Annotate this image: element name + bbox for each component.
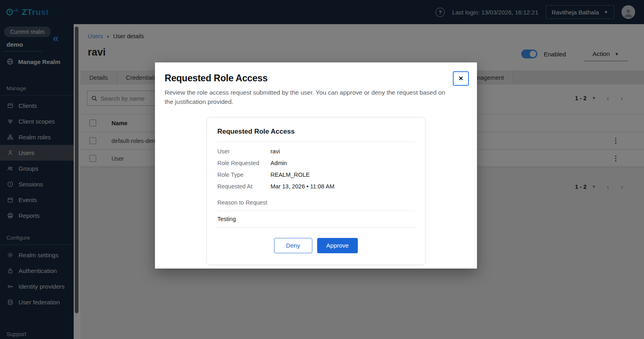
approve-button[interactable]: Approve bbox=[317, 238, 358, 253]
field-requested-at: Requested At Mar 13, 2026 • 11:08 AM bbox=[217, 183, 415, 190]
app-root: ZTrust ? Last login: 13/03/2026, 16:12:2… bbox=[0, 0, 644, 339]
field-value: ravi bbox=[270, 148, 280, 155]
reason-value: Testing bbox=[217, 216, 415, 222]
divider bbox=[217, 211, 415, 211]
field-label: Role Type bbox=[217, 172, 270, 178]
field-value: Admin bbox=[270, 160, 287, 166]
requested-role-access-modal: Requested Role Access ✕ Review the role … bbox=[155, 62, 477, 269]
modal-actions: Deny Approve bbox=[217, 238, 415, 253]
reason-label: Reason to Request bbox=[217, 199, 415, 206]
request-details-card: Requested Role Access User ravi Role Req… bbox=[206, 117, 425, 265]
field-value: REALM_ROLE bbox=[270, 172, 310, 178]
divider bbox=[217, 227, 415, 227]
card-title: Requested Role Access bbox=[217, 128, 415, 136]
modal-description: Review the role access request submitted… bbox=[165, 88, 453, 107]
divider bbox=[217, 142, 415, 142]
field-value: Mar 13, 2026 • 11:08 AM bbox=[270, 183, 334, 190]
field-label: User bbox=[217, 148, 270, 155]
close-icon[interactable]: ✕ bbox=[453, 71, 469, 86]
modal-title: Requested Role Access bbox=[165, 73, 467, 84]
field-role-requested: Role Requested Admin bbox=[217, 160, 415, 166]
field-label: Requested At bbox=[217, 183, 270, 190]
deny-button[interactable]: Deny bbox=[274, 238, 312, 253]
field-label: Role Requested bbox=[217, 160, 270, 166]
field-role-type: Role Type REALM_ROLE bbox=[217, 172, 415, 178]
field-user: User ravi bbox=[217, 148, 415, 155]
